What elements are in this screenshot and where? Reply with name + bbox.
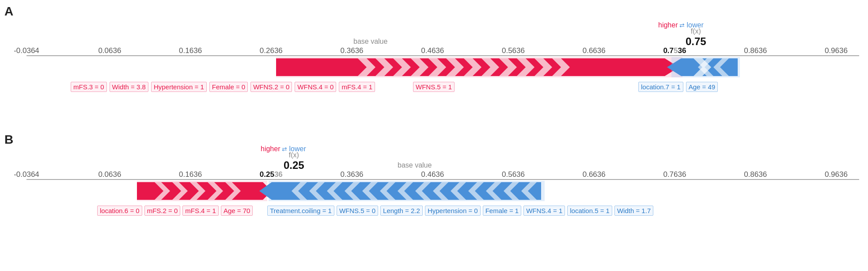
panel-a-arrows-icon: ⇄ <box>679 22 685 29</box>
tick-a-6: 0.5636 <box>502 46 525 55</box>
tick-b-5: 0.4636 <box>421 170 444 179</box>
tick-a-4: 0.3636 <box>341 46 364 55</box>
feature-a-pink-2: Hypertension = 1 <box>151 82 207 92</box>
panel-a-ticks: -0.0364 0.0636 0.1636 0.2636 0.3636 0.46… <box>27 46 859 55</box>
panel-b-label: B <box>4 133 13 147</box>
feature-b-pink-3: Age = 70 <box>221 206 253 216</box>
feature-b-blue-5: WFNS.4 = 1 <box>523 206 565 216</box>
panel-a-blue-features: location.7 = 1 Age = 49 <box>638 82 718 92</box>
tick-a-0: -0.0364 <box>14 46 39 55</box>
panel-a-fx-label: f(x) <box>686 27 706 35</box>
tick-a-5: 0.4636 <box>421 46 444 55</box>
panel-a-label: A <box>4 4 13 19</box>
panel-b-fx-area: f(x) 0.25 <box>284 151 304 172</box>
tick-b-10: 0.9636 <box>825 170 848 179</box>
feature-a-pink-0: mFS.3 = 0 <box>71 82 107 92</box>
feature-b-blue-4: Female = 1 <box>483 206 521 216</box>
tick-b-9: 0.8636 <box>744 170 767 179</box>
panel-b-base-value-label: base value <box>398 161 432 169</box>
tick-b-1: 0.0636 <box>98 170 121 179</box>
panel-b-ticks: -0.0364 0.0636 0.1636 0.2536 0.3636 0.46… <box>27 170 859 179</box>
feature-b-blue-7: Width = 1.7 <box>614 206 653 216</box>
feature-b-blue-6: location.5 = 1 <box>567 206 612 216</box>
panel-b-fx-value: 0.25 <box>284 159 304 172</box>
panel-a-higher: higher <box>658 21 678 29</box>
panel-b-blue-features: Treatment.coiling = 1 WFNS.5 = 0 Length … <box>267 206 653 216</box>
panel-a-bars <box>27 56 859 78</box>
panel-b-fx-label: f(x) <box>284 151 304 159</box>
panel-a: A higher ⇄ lower f(x) 0.75 base value -0… <box>0 4 868 124</box>
feature-a-pink-1: Width = 3.8 <box>110 82 148 92</box>
panel-a-base-value-label: base value <box>353 38 387 46</box>
panel-a-pink-features: mFS.3 = 0 Width = 3.8 Hypertension = 1 F… <box>71 82 455 92</box>
feature-b-pink-1: mFS.2 = 0 <box>144 206 181 216</box>
tick-b-0: -0.0364 <box>14 170 39 179</box>
panel-a-fx-value: 0.75 <box>686 35 706 48</box>
feature-a-blue-0: location.7 = 1 <box>638 82 683 92</box>
feature-b-blue-1: WFNS.5 = 0 <box>337 206 378 216</box>
feature-b-pink-0: location.6 = 0 <box>97 206 142 216</box>
panel-b-bars <box>27 180 859 202</box>
tick-a-10: 0.9636 <box>825 46 848 55</box>
chart-container: A higher ⇄ lower f(x) 0.75 base value -0… <box>0 0 868 271</box>
panel-b-pink-features: location.6 = 0 mFS.2 = 0 mFS.4 = 1 Age =… <box>97 206 253 216</box>
tick-a-2: 0.1636 <box>179 46 202 55</box>
feature-a-pink-6: mFS.4 = 1 <box>339 82 375 92</box>
panel-a-fx-area: f(x) 0.75 <box>686 27 706 48</box>
tick-b-6: 0.5636 <box>502 170 525 179</box>
feature-b-blue-3: Hypertension = 0 <box>425 206 481 216</box>
tick-a-8: 0.7536 <box>663 46 686 55</box>
tick-b-4: 0.3636 <box>341 170 364 179</box>
feature-a-pink-7: WFNS.5 = 1 <box>413 82 455 92</box>
feature-b-blue-0: Treatment.coiling = 1 <box>267 206 334 216</box>
feature-b-pink-2: mFS.4 = 1 <box>182 206 219 216</box>
tick-b-2: 0.1636 <box>179 170 202 179</box>
panel-b-higher: higher <box>261 145 280 153</box>
tick-b-3: 0.2536 <box>260 170 283 179</box>
feature-a-pink-5: WFNS.4 = 0 <box>295 82 336 92</box>
tick-a-3: 0.2636 <box>260 46 283 55</box>
tick-a-9: 0.8636 <box>744 46 767 55</box>
tick-b-8: 0.7636 <box>663 170 686 179</box>
tick-a-7: 0.6636 <box>583 46 606 55</box>
feature-b-blue-2: Length = 2.2 <box>380 206 423 216</box>
feature-a-pink-4: WFNS.2 = 0 <box>250 82 292 92</box>
panel-b: B higher ⇄ lower f(x) 0.25 base value -0… <box>0 133 868 265</box>
tick-b-7: 0.6636 <box>583 170 606 179</box>
tick-a-1: 0.0636 <box>98 46 121 55</box>
feature-a-pink-3: Female = 0 <box>209 82 248 92</box>
feature-a-blue-1: Age = 49 <box>686 82 718 92</box>
